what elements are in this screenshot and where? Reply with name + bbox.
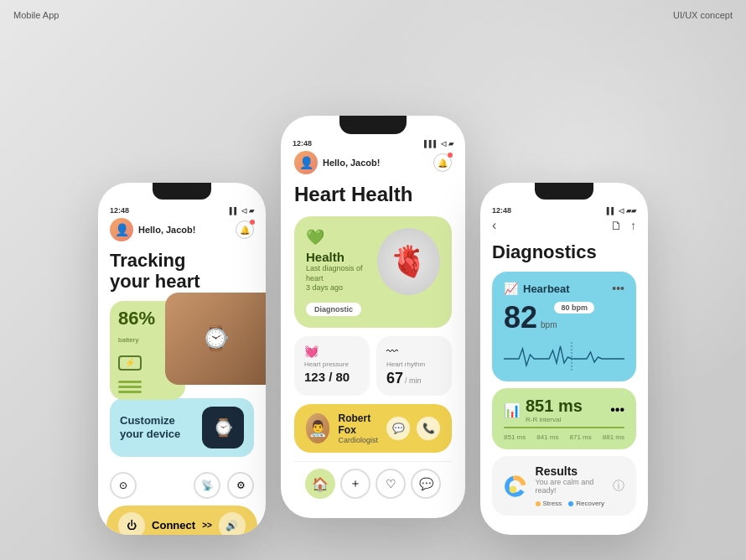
nav-plus[interactable]: ＋ [340, 469, 370, 499]
doctor-info: Robert Fox Cardiologist [338, 412, 378, 444]
time-1: 12:48 [110, 206, 129, 215]
results-info-icon[interactable]: ⓘ [613, 479, 624, 494]
wifi-btn[interactable]: 📡 [194, 472, 220, 499]
doctor-title: Cardiologist [338, 436, 378, 444]
rr-marker-3: 881 ms [603, 433, 624, 441]
rr-icon: 📊 [504, 402, 521, 418]
nav-home[interactable]: 🏠 [305, 469, 335, 499]
results-title: Results [536, 464, 604, 478]
rr-marker-0: 851 ms [504, 433, 526, 441]
call-btn[interactable]: 📞 [417, 417, 440, 440]
wrist-image: ⌚ [165, 293, 266, 385]
status-icons-3: ▌▌◁▰▰ [607, 207, 636, 215]
heart-3d: 🫀 [377, 228, 440, 295]
page-label-right: UI/UX concept [673, 10, 733, 20]
battery-bars [118, 381, 142, 393]
diag-title: Diagnostics [492, 241, 636, 263]
results-info: Results You are calm and ready! Stress R… [536, 464, 604, 507]
nav-chat[interactable]: 💬 [411, 469, 441, 499]
heart-title: Heart Health [294, 183, 452, 206]
rr-marker-1: 841 ms [536, 433, 558, 441]
diag-header: ‹ 🗋 ↑ [492, 218, 636, 233]
rhythm-icon: 〰 [386, 345, 442, 358]
pressure-icon: 💓 [304, 345, 360, 358]
ecg-line [504, 342, 624, 371]
doc-icon[interactable]: 🗋 [610, 219, 622, 232]
pressure-label: Heart pressure [304, 360, 360, 368]
connect-arrows: >> [202, 521, 212, 530]
notch-3 [535, 183, 593, 200]
greeting-row-2: Hello, Jacob! 🔔 [294, 151, 452, 174]
bottom-nav: 🏠 ＋ ♡ 💬 [294, 461, 452, 506]
results-card: Results You are calm and ready! Stress R… [492, 456, 636, 516]
p2-content: Hello, Jacob! 🔔 Heart Health 💚 Health La… [281, 151, 465, 514]
greeting-1: Hello, Jacob! [138, 225, 195, 235]
customize-text: Customize your device [120, 414, 180, 440]
connect-row: ⏻ Connect >> 🔊 [98, 506, 266, 535]
doctor-actions: 💬 📞 [386, 417, 440, 440]
rr-label: R-R interval [526, 416, 583, 423]
rhythm-unit: / min [405, 376, 422, 385]
doctor-card: 👨‍⚕️ Robert Fox Cardiologist 💬 📞 [294, 404, 452, 453]
notch-1 [153, 183, 211, 200]
time-3: 12:48 [492, 206, 511, 215]
header-icons: 🗋 ↑ [610, 219, 636, 232]
diag-btn[interactable]: Diagnostic [306, 303, 361, 316]
phones-container: 12:48 ▌▌◁▰ Hello, Jacob! 🔔 Tracking your… [98, 116, 648, 535]
metrics-row: 💓 Heart pressure 123 / 80 〰 Heart rhythm… [294, 336, 452, 396]
hb-bpm: 82 [504, 300, 537, 335]
recovery-label: Recovery [576, 500, 604, 507]
battery-icon [118, 355, 142, 371]
status-icons-2: ▌▌▌◁▰ [424, 140, 453, 148]
customize-card: Customize your device ⌚ [110, 398, 254, 457]
rr-marker-2: 871 ms [570, 433, 592, 441]
stress-label: Stress [543, 500, 562, 507]
hb-icon: 📈 [504, 282, 518, 295]
results-legend: Stress Recovery [536, 500, 604, 507]
heartbeat-card: 📈 Hearbeat ••• 82 bpm 80 bpm [492, 272, 636, 381]
results-sub: You are calm and ready! [536, 478, 604, 495]
bpm-badge: 80 bpm [554, 302, 594, 314]
avatar-2 [294, 151, 318, 174]
health-card: 💚 Health Last diagnosis of heart 3 days … [294, 216, 452, 328]
health-label: Health [306, 250, 377, 264]
legend-stress: Stress [536, 500, 562, 507]
settings-btn[interactable]: ⚙ [227, 472, 254, 499]
hb-header: 📈 Hearbeat ••• [504, 282, 624, 295]
power-btn[interactable]: ⏻ [118, 512, 145, 535]
speaker-btn[interactable]: 🔊 [219, 512, 246, 535]
notch-2 [339, 116, 407, 134]
p1-content: Hello, Jacob! 🔔 Tracking your heart 86% … [98, 218, 266, 465]
phone-1: 12:48 ▌▌◁▰ Hello, Jacob! 🔔 Tracking your… [98, 183, 266, 535]
ctrl-btn-left[interactable]: ⊙ [110, 472, 137, 499]
rr-line [504, 427, 624, 428]
heart-pressure-card: 💓 Heart pressure 123 / 80 [294, 336, 370, 396]
pressure-value: 123 / 80 [304, 370, 360, 384]
page-label-left: Mobile App [13, 10, 59, 20]
hb-dots[interactable]: ••• [612, 282, 624, 295]
greeting-2: Hello, Jacob! [323, 158, 380, 168]
greeting-row-1: Hello, Jacob! 🔔 [110, 218, 254, 241]
phone-3: 12:48 ▌▌◁▰▰ ‹ 🗋 ↑ Diagnostics 📈 Hearbeat [480, 183, 648, 535]
time-2: 12:48 [293, 139, 312, 148]
nav-heart[interactable]: ♡ [376, 469, 406, 499]
upload-icon[interactable]: ↑ [630, 219, 636, 232]
avatar-1 [110, 218, 133, 241]
connect-label[interactable]: Connect [152, 519, 195, 531]
stress-dot [536, 501, 541, 506]
health-icon: 💚 [306, 228, 377, 246]
bell-icon-1[interactable]: 🔔 [236, 220, 254, 239]
battery-label: battery [118, 336, 138, 344]
rr-header: 📊 851 ms R-R interval ••• [504, 397, 624, 423]
svg-point-4 [510, 485, 517, 493]
rr-dots[interactable]: ••• [610, 402, 624, 417]
chat-btn[interactable]: 💬 [386, 417, 410, 440]
doctor-name: Robert Fox [338, 412, 378, 436]
bell-icon-2[interactable]: 🔔 [433, 153, 452, 172]
hero-title-1: Tracking your heart [110, 250, 254, 293]
rr-card: 📊 851 ms R-R interval ••• 851 ms 841 ms … [492, 388, 636, 449]
rr-value: 851 ms [526, 397, 583, 416]
recovery-dot [568, 501, 573, 506]
back-btn[interactable]: ‹ [492, 218, 496, 233]
rr-markers: 851 ms 841 ms 871 ms 881 ms [504, 433, 624, 441]
